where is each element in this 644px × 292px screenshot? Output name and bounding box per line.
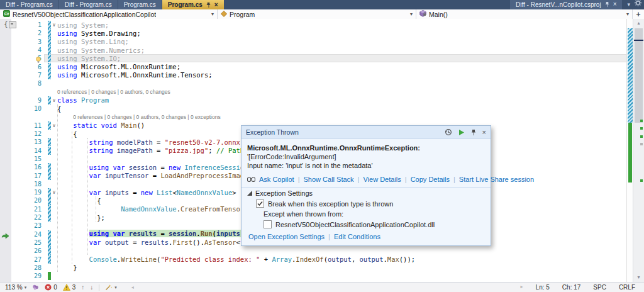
- vertical-scrollbar[interactable]: ▴ ▾: [633, 19, 644, 282]
- code-text[interactable]: Console.WriteLine("Predicted class index…: [57, 256, 415, 263]
- line-number: 4: [11, 47, 47, 53]
- code-line[interactable]: 4using System.Numerics;: [0, 46, 627, 54]
- code-line[interactable]: 2using System.Drawing;: [0, 29, 627, 37]
- line-number: 10: [11, 105, 47, 112]
- scrollbar-thumb[interactable]: [635, 28, 643, 123]
- codelens-links[interactable]: 0 references | 0 changes | 0 authors, 0 …: [73, 114, 220, 120]
- close-icon[interactable]: ×: [613, 1, 617, 8]
- code-line[interactable]: 3using System.Linq;: [0, 38, 627, 46]
- code-text[interactable]: using System.Numerics;: [57, 47, 145, 54]
- tab-2[interactable]: Program.cs: [118, 0, 162, 9]
- tab-3-active[interactable]: Program.cs×: [162, 0, 224, 9]
- code-text[interactable]: var inputs = new List<NamedOnnxValue>: [57, 189, 236, 196]
- change-track-bar: [48, 163, 51, 171]
- gear-icon[interactable]: [635, 0, 641, 9]
- warning-count[interactable]: 3: [63, 284, 76, 291]
- document-health-icon[interactable]: [32, 284, 39, 291]
- pin-icon[interactable]: [206, 2, 211, 8]
- previous-issue-button[interactable]: ↑: [81, 284, 84, 291]
- code-text[interactable]: string imagePath = "pizza.jpg"; // Path …: [57, 147, 252, 154]
- warning-icon: [63, 284, 70, 291]
- history-icon[interactable]: [445, 128, 452, 136]
- line-number: 23: [11, 222, 47, 229]
- next-issue-button[interactable]: ↓: [90, 284, 93, 291]
- dialog-link-copy-details[interactable]: Copy Details: [411, 176, 450, 183]
- close-icon[interactable]: ×: [214, 2, 218, 8]
- member-dropdown[interactable]: Main() ▾: [416, 9, 633, 19]
- line-number: 21: [11, 206, 47, 213]
- dialog-link-show-call-stack[interactable]: Show Call Stack: [304, 176, 354, 183]
- line-number: 24: [11, 231, 47, 238]
- split-editor-button[interactable]: +: [633, 9, 644, 19]
- exception-dialog-titlebar[interactable]: Exception Thrown ×: [242, 126, 491, 139]
- code-text[interactable]: }: [57, 264, 77, 271]
- code-line[interactable]: 7using Microsoft.ML.OnnxRuntime.Tensors;: [0, 71, 627, 79]
- code-line[interactable]: 6using Microsoft.ML.OnnxRuntime;: [0, 63, 627, 71]
- code-text[interactable]: using Microsoft.ML.OnnxRuntime.Tensors;: [57, 71, 213, 79]
- scroll-down-arrow-icon[interactable]: ▾: [633, 274, 644, 281]
- code-line[interactable]: 26: [0, 247, 627, 255]
- code-text[interactable]: using var results = session.Run(inputs);: [57, 230, 262, 239]
- type-name: Program: [230, 11, 255, 18]
- scroll-up-arrow-icon[interactable]: ▴: [633, 20, 644, 27]
- code-line[interactable]: 5using System.IO;: [0, 54, 627, 62]
- expander-icon[interactable]: [247, 189, 252, 197]
- code-line[interactable]: 29: [0, 272, 627, 280]
- tab-list-chevron-icon[interactable]: ▾: [627, 0, 630, 9]
- hscroll-left-arrow-icon[interactable]: ◂: [131, 284, 134, 290]
- code-text[interactable]: static void Main(): [57, 121, 145, 129]
- zoom-select[interactable]: 113 % ▾: [5, 284, 26, 291]
- code-text[interactable]: {: [57, 130, 77, 138]
- code-text[interactable]: var inputTensor = LoadAndPreprocessImage…: [57, 172, 252, 179]
- tab-label: Diff - Program.cs: [6, 1, 53, 8]
- code-text[interactable]: using System.Linq;: [57, 38, 129, 45]
- code-line[interactable]: 9∨class Program: [0, 96, 627, 104]
- code-text[interactable]: using Microsoft.ML.OnnxRuntime;: [57, 63, 180, 70]
- close-icon[interactable]: ×: [482, 128, 486, 136]
- code-editor[interactable]: { 1∨using System;2using System.Drawing;3…: [0, 19, 644, 282]
- codelens-links[interactable]: 0 references | 0 changes | 0 authors, 0 …: [57, 89, 170, 95]
- fold-chevron-icon[interactable]: ∨: [51, 22, 57, 28]
- except-when-label: Except when thrown from:: [264, 210, 343, 218]
- hscroll-right-arrow-icon[interactable]: ▸: [521, 284, 523, 291]
- line-number: 2: [11, 30, 47, 36]
- fold-chevron-icon[interactable]: ∨: [51, 189, 57, 195]
- code-line[interactable]: 28 }: [0, 264, 627, 272]
- code-line[interactable]: 10{: [0, 104, 627, 113]
- break-checkbox[interactable]: [256, 199, 264, 208]
- code-text[interactable]: {: [57, 105, 61, 113]
- code-line[interactable]: 27 Console.WriteLine("Predicted class in…: [0, 255, 627, 263]
- code-text[interactable]: NamedOnnxValue.CreateFromTensor("in: [57, 205, 260, 213]
- settings-link-open-exception-settings[interactable]: Open Exception Settings: [248, 233, 325, 240]
- tab-1[interactable]: Diff - Program.cs: [59, 0, 118, 9]
- code-text[interactable]: {: [57, 197, 101, 205]
- current-statement-highlight: using var results = session.Run(inputs);: [89, 230, 248, 237]
- error-count[interactable]: 0: [45, 284, 57, 291]
- project-dropdown[interactable]: C# ResnetV50ObjectClassificationApplicat…: [0, 9, 218, 19]
- code-text[interactable]: using var session = new InferenceSession…: [57, 164, 252, 171]
- code-text[interactable]: class Program: [57, 96, 109, 104]
- code-text[interactable]: string modelPath = "resnet50-v2-7.onnx";: [57, 138, 248, 146]
- pin-icon[interactable]: [470, 129, 477, 136]
- dialog-link-start-live-share-session[interactable]: Start Live Share session: [459, 176, 534, 183]
- dll-checkbox[interactable]: [264, 220, 272, 228]
- fold-chevron-icon[interactable]: ∨: [51, 123, 57, 128]
- code-text[interactable]: using System;: [57, 21, 109, 29]
- tab-right[interactable]: Diff - ResnetV...nCopilot.csproj×: [510, 0, 622, 9]
- code-cleanup-button[interactable]: ▾: [105, 284, 117, 291]
- fold-chevron-icon[interactable]: ∨: [51, 98, 57, 103]
- code-text[interactable]: using System.Drawing;: [57, 30, 141, 37]
- type-dropdown[interactable]: Program ▾: [218, 9, 416, 19]
- continue-play-icon[interactable]: [458, 129, 465, 136]
- tab-0[interactable]: Diff - Program.cs: [0, 0, 58, 9]
- code-line[interactable]: 8: [0, 79, 627, 87]
- code-text[interactable]: using System.IO;: [57, 55, 121, 62]
- pin-icon[interactable]: [604, 1, 610, 8]
- change-track-bar: [48, 29, 51, 37]
- dialog-link-view-details[interactable]: View Details: [363, 176, 401, 183]
- code-line[interactable]: 1∨using System;: [0, 21, 627, 29]
- settings-link-edit-conditions[interactable]: Edit Conditions: [334, 233, 380, 240]
- change-track-empty: [48, 264, 51, 272]
- code-text[interactable]: };: [57, 214, 105, 222]
- dialog-link-ask-copilot[interactable]: Ask Copilot: [259, 176, 294, 183]
